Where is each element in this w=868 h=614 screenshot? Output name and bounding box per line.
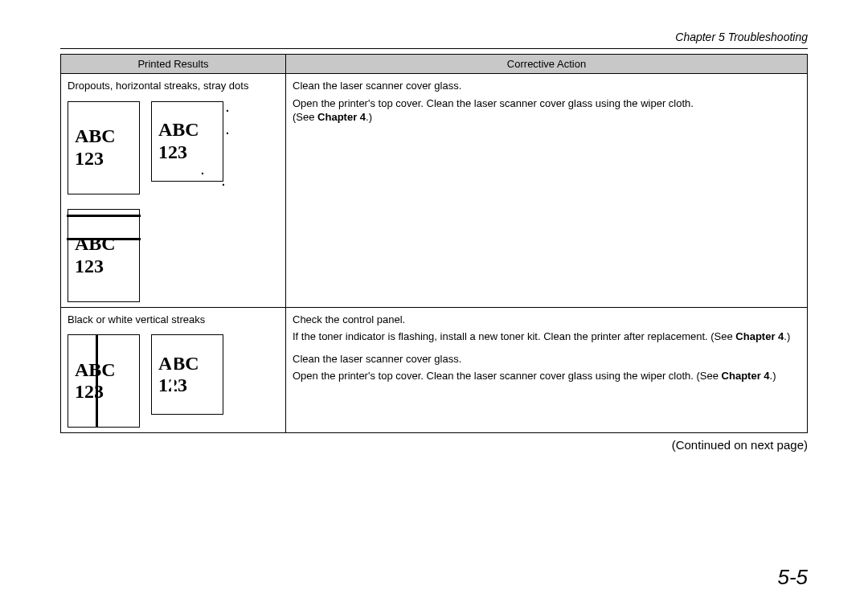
cell-problem-1: Dropouts, horizontal streaks, stray dots… (61, 74, 286, 308)
problem-text: Black or white vertical streaks (68, 313, 279, 327)
sample-line2: 123 (158, 141, 223, 164)
chapter-ref: Chapter 4 (735, 330, 784, 342)
white-streak-icon (171, 335, 174, 414)
sample-box: ABC 123 (68, 334, 140, 428)
table-row: Black or white vertical streaks ABC 123 (61, 307, 808, 433)
action-block: Clean the laser scanner cover glass. Ope… (293, 352, 800, 383)
action-body: Open the printer's top cover. Clean the … (293, 97, 694, 109)
sample-black-vertical-streak: ABC 123 (68, 334, 140, 428)
ref-suffix: .) (366, 111, 372, 123)
ref-suffix: .) (770, 370, 776, 382)
sample-line1: ABC (75, 359, 139, 382)
sample-box: ABC 123 (68, 209, 140, 302)
black-streak-icon (96, 334, 98, 428)
sample-box: ABC 123 (151, 334, 223, 415)
sample-line1: ABC (158, 119, 223, 141)
page-number: 5-5 (777, 565, 808, 590)
action-heading: Clean the laser scanner cover glass. (293, 79, 800, 93)
sample-group-1: ABC 123 ABC 123 . . . (68, 101, 279, 302)
sample-line1: ABC (158, 353, 223, 375)
header-rule (60, 48, 808, 49)
continued-note: (Continued on next page) (60, 438, 808, 452)
cell-action-1: Clean the laser scanner cover glass. Ope… (286, 74, 808, 308)
table-row: Dropouts, horizontal streaks, stray dots… (61, 74, 808, 308)
sample-box: ABC 123 (151, 101, 223, 182)
chapter-ref: Chapter 4 (317, 111, 366, 123)
troubleshooting-table: Printed Results Corrective Action Dropou… (60, 54, 808, 433)
sample-dropouts: ABC 123 (68, 101, 140, 194)
action-body: If the toner indicator is flashing, inst… (293, 330, 735, 342)
breadcrumb: Chapter 5 Troubleshooting (60, 31, 808, 43)
action-block: Clean the laser scanner cover glass. Ope… (293, 79, 800, 125)
sample-line1: ABC (75, 233, 139, 256)
chapter-ref: Chapter 4 (722, 370, 770, 382)
cell-action-2: Check the control panel. If the toner in… (286, 307, 808, 433)
sample-white-vertical-streak: ABC 123 (151, 334, 223, 415)
action-block: Check the control panel. If the toner in… (293, 313, 800, 344)
sample-stray-dots: ABC 123 . . . . (151, 101, 223, 182)
col-header-printed-results: Printed Results (61, 55, 286, 74)
sample-line1: ABC (75, 125, 139, 148)
action-body: Open the printer's top cover. Clean the … (293, 370, 722, 382)
sample-group-2: ABC 123 ABC 123 (68, 334, 279, 428)
action-heading: Check the control panel. (293, 313, 800, 327)
problem-text: Dropouts, horizontal streaks, stray dots (68, 79, 279, 93)
sample-line2: 123 (75, 381, 139, 403)
ref-prefix: (See (293, 111, 317, 123)
action-heading: Clean the laser scanner cover glass. (293, 352, 800, 366)
page-content: Chapter 5 Troubleshooting Printed Result… (0, 0, 868, 476)
sample-line2: 123 (75, 256, 139, 278)
horizontal-streak-icon (67, 238, 141, 240)
col-header-corrective-action: Corrective Action (286, 55, 808, 74)
sample-line2: 123 (158, 375, 223, 397)
ref-suffix: .) (784, 330, 790, 342)
sample-line2: 123 (75, 148, 139, 170)
sample-horizontal-streaks: ABC 123 (68, 209, 140, 302)
horizontal-streak-icon (67, 215, 141, 217)
sample-box: ABC 123 (68, 101, 140, 194)
cell-problem-2: Black or white vertical streaks ABC 123 (61, 307, 286, 433)
